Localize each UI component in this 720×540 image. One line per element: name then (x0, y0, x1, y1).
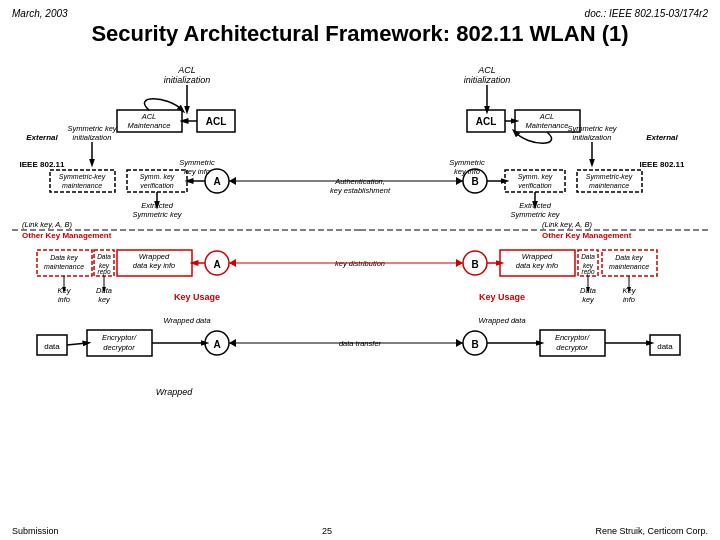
svg-text:IEEE 802.11: IEEE 802.11 (20, 160, 65, 169)
page: March, 2003 doc.: IEEE 802.15-03/174r2 S… (0, 0, 720, 540)
svg-text:Symmetric-key: Symmetric-key (586, 173, 633, 181)
header-right: doc.: IEEE 802.15-03/174r2 (585, 8, 708, 19)
svg-text:key: key (582, 295, 595, 304)
main-title: Security Architectural Framework: 802.11… (12, 21, 708, 47)
svg-text:Data key: Data key (50, 254, 78, 262)
svg-text:ACL: ACL (206, 116, 227, 127)
svg-line-56 (67, 343, 87, 345)
svg-text:Symmetric key: Symmetric key (132, 210, 182, 219)
diagram-svg: ACL initialization ACL Maintenance ACL S… (12, 55, 708, 515)
svg-marker-92 (456, 177, 463, 185)
svg-text:ACL: ACL (476, 116, 497, 127)
svg-text:Encryptor/: Encryptor/ (555, 333, 590, 342)
svg-text:External: External (646, 133, 678, 142)
svg-text:maintenance: maintenance (44, 263, 84, 270)
svg-text:Key Usage: Key Usage (174, 292, 220, 302)
svg-text:IEEE 802.11: IEEE 802.11 (640, 160, 685, 169)
svg-text:repo: repo (581, 268, 594, 276)
svg-text:ACL: ACL (539, 112, 555, 121)
svg-text:Symm. key: Symm. key (140, 173, 175, 181)
svg-text:A: A (213, 176, 220, 187)
svg-marker-134 (456, 339, 463, 347)
footer-right: Rene Struik, Certicom Corp. (595, 526, 708, 536)
svg-text:key establishment: key establishment (330, 186, 391, 195)
svg-text:A: A (213, 339, 220, 350)
svg-text:Symm. key: Symm. key (518, 173, 553, 181)
svg-text:data key info: data key info (516, 261, 559, 270)
svg-text:Encryptor/: Encryptor/ (102, 333, 137, 342)
svg-text:Wrapped: Wrapped (522, 252, 553, 261)
svg-marker-93 (229, 177, 236, 185)
svg-text:key: key (98, 295, 111, 304)
svg-text:(Link key, A, B): (Link key, A, B) (22, 220, 73, 229)
svg-text:Other Key Management: Other Key Management (542, 231, 632, 240)
svg-text:Symmetric-key: Symmetric-key (59, 173, 106, 181)
svg-text:decryptor: decryptor (103, 343, 135, 352)
svg-text:initialization: initialization (164, 75, 211, 85)
svg-text:Data: Data (97, 253, 111, 260)
svg-text:info: info (623, 295, 635, 304)
svg-text:A: A (213, 259, 220, 270)
header-row: March, 2003 doc.: IEEE 802.15-03/174r2 (12, 8, 708, 19)
svg-text:Wrapped data: Wrapped data (478, 316, 525, 325)
svg-text:initialization: initialization (464, 75, 511, 85)
svg-text:Data key: Data key (615, 254, 643, 262)
header-left: March, 2003 (12, 8, 68, 19)
svg-text:Wrapped: Wrapped (156, 387, 194, 397)
svg-marker-113 (456, 259, 463, 267)
svg-text:Symmetric: Symmetric (179, 158, 215, 167)
svg-marker-133 (229, 339, 236, 347)
svg-text:Symmetric: Symmetric (449, 158, 485, 167)
svg-text:data: data (657, 342, 673, 351)
svg-marker-112 (229, 259, 236, 267)
svg-text:Symmetric key: Symmetric key (567, 124, 617, 133)
footer-center: 25 (322, 526, 332, 536)
svg-text:data: data (44, 342, 60, 351)
footer-left: Submission (12, 526, 59, 536)
svg-text:maintenance: maintenance (589, 182, 629, 189)
footer-row: Submission 25 Rene Struik, Certicom Corp… (12, 526, 708, 536)
svg-text:repo: repo (97, 268, 110, 276)
svg-text:Maintenance: Maintenance (526, 121, 569, 130)
svg-text:Maintenance: Maintenance (128, 121, 171, 130)
svg-text:maintenance: maintenance (62, 182, 102, 189)
svg-text:verification: verification (518, 182, 552, 189)
diagram-area: ACL initialization ACL Maintenance ACL S… (12, 55, 708, 515)
svg-text:B: B (471, 339, 478, 350)
svg-text:Wrapped: Wrapped (139, 252, 170, 261)
svg-text:ACL: ACL (177, 65, 196, 75)
svg-text:Other Key Management: Other Key Management (22, 231, 112, 240)
svg-text:ACL: ACL (141, 112, 157, 121)
svg-text:B: B (471, 259, 478, 270)
svg-text:verification: verification (140, 182, 174, 189)
svg-text:Key Usage: Key Usage (479, 292, 525, 302)
svg-text:Key: Key (58, 286, 72, 295)
svg-text:data key info: data key info (133, 261, 176, 270)
svg-text:B: B (471, 176, 478, 187)
svg-text:(Link key, A, B): (Link key, A, B) (542, 220, 593, 229)
svg-text:maintenance: maintenance (609, 263, 649, 270)
svg-text:decryptor: decryptor (556, 343, 588, 352)
svg-text:Key: Key (623, 286, 637, 295)
svg-text:Symmetric key: Symmetric key (510, 210, 560, 219)
svg-text:ACL: ACL (477, 65, 496, 75)
svg-text:info: info (58, 295, 70, 304)
svg-text:External: External (26, 133, 58, 142)
svg-text:Symmetric key: Symmetric key (67, 124, 117, 133)
svg-text:initialization: initialization (73, 133, 112, 142)
svg-text:Data: Data (581, 253, 595, 260)
svg-text:initialization: initialization (573, 133, 612, 142)
svg-text:Wrapped data: Wrapped data (163, 316, 210, 325)
